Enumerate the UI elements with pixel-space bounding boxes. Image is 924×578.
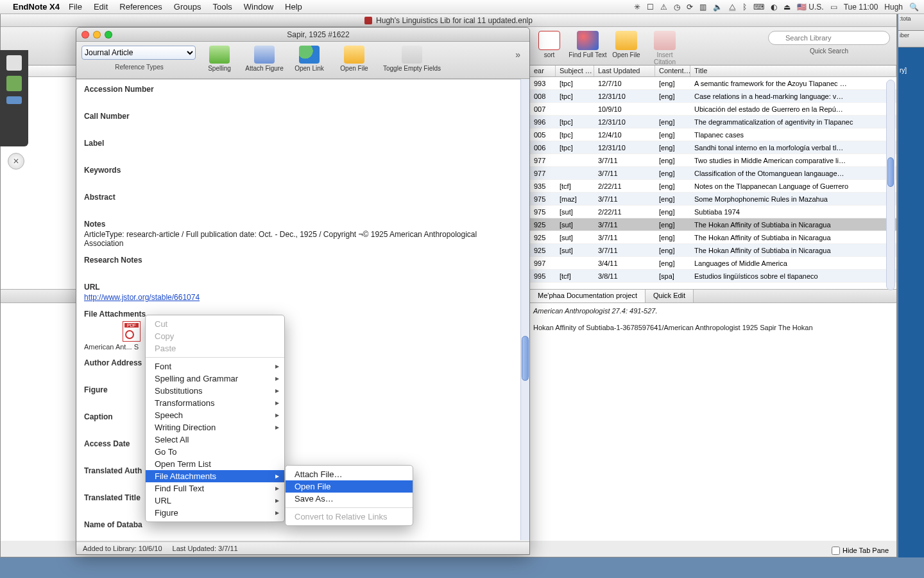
library-row[interactable]: 008[tpc]12/31/10[eng]Case relations in a…	[530, 90, 896, 103]
field-database-name-value[interactable]	[84, 530, 495, 539]
app-name[interactable]: EndNote X4	[13, 2, 60, 12]
display-icon[interactable]: ▥	[699, 3, 706, 12]
palette-close-button[interactable]: ✕	[8, 153, 24, 170]
window-minimize-button[interactable]	[93, 31, 101, 39]
warning-icon[interactable]: ⚠︎	[660, 3, 667, 12]
palette-icon[interactable]	[6, 76, 22, 91]
eject-icon[interactable]: ⏏	[783, 3, 791, 12]
toolbar-find-full-text[interactable]: Find Full Text	[569, 31, 607, 58]
toolbar-overflow-button[interactable]: »	[511, 46, 524, 64]
context-menu-item[interactable]: File Attachments	[146, 470, 284, 482]
context-menu-item[interactable]: Spelling and Grammar	[146, 372, 284, 385]
context-submenu-item[interactable]: Save As…	[286, 493, 413, 505]
field-research-notes-value[interactable]	[84, 266, 495, 275]
library-row[interactable]: 975[maz]3/7/11[eng]Some Morphophonemic R…	[530, 193, 896, 206]
palette-icon[interactable]	[6, 55, 22, 71]
window-zoom-button[interactable]	[105, 31, 112, 39]
context-submenu-file-attachments[interactable]: Attach File…Open FileSave As…Convert to …	[285, 465, 413, 526]
library-titlebar[interactable]: Hugh's Linguistics Lib for ical 11 updat…	[1, 14, 896, 27]
wifi-icon[interactable]: ⧋	[729, 3, 736, 12]
input-locale[interactable]: 🇺🇸 U.S.	[797, 3, 824, 12]
library-row[interactable]: 005[tpc]12/4/10[eng]Tlapanec cases	[530, 128, 896, 141]
menu-edit[interactable]: Edit	[94, 2, 108, 12]
context-menu-item[interactable]: Writing Direction	[146, 421, 284, 434]
toolbar-spelling[interactable]: Spelling	[197, 46, 242, 72]
clock-icon[interactable]: ◷	[674, 3, 680, 12]
context-submenu-item[interactable]: Open File	[286, 480, 413, 493]
field-keywords-value[interactable]	[84, 176, 495, 185]
palette-icon[interactable]	[6, 96, 22, 104]
context-menu-item[interactable]: Open Term List	[146, 458, 284, 470]
menubar-clock[interactable]: Tue 11:00	[844, 3, 878, 12]
toolbar-toggle-empty-fields[interactable]: Toggle Empty Fields	[377, 46, 447, 72]
url-link[interactable]: http://www.jstor.org/stable/661074	[84, 293, 200, 302]
library-row[interactable]: 935[tcf]2/22/11[eng]Notes on the Tlappan…	[530, 180, 896, 193]
field-url-value[interactable]: http://www.jstor.org/stable/661074	[84, 293, 495, 302]
field-call-value[interactable]	[84, 122, 495, 131]
menu-references[interactable]: References	[119, 2, 162, 12]
library-row[interactable]: 993[tpc]12/7/10[eng]A semantic framework…	[530, 77, 896, 90]
library-row[interactable]: 9773/7/11[eng]Two studies in Middle Amer…	[530, 154, 896, 167]
dropbox-icon[interactable]: ☐	[647, 3, 654, 12]
library-row[interactable]: 925[sut]3/7/11[eng]The Hokan Affinity of…	[530, 218, 896, 231]
menu-groups[interactable]: Groups	[174, 2, 201, 12]
library-row[interactable]: 006[tpc]12/31/10[eng]Sandhi tonal intern…	[530, 141, 896, 154]
context-menu-item[interactable]: Find Full Text	[146, 482, 284, 495]
tab-quick-edit[interactable]: Quick Edit	[646, 290, 694, 302]
context-menu-item[interactable]: Figure	[146, 507, 284, 519]
library-search-input[interactable]	[768, 31, 890, 45]
volume-icon[interactable]: 🔈	[713, 3, 723, 12]
library-row[interactable]: 00710/9/10Ubicación del estado de Guerre…	[530, 103, 896, 116]
context-menu-item[interactable]: Speech	[146, 409, 284, 421]
menu-help[interactable]: Help	[285, 2, 302, 12]
field-accession-value[interactable]	[84, 95, 495, 104]
column-subject[interactable]: Subject …	[556, 66, 594, 76]
record-titlebar[interactable]: Sapir, 1925 #1622	[76, 28, 529, 42]
pdf-attachment-icon[interactable]	[123, 321, 141, 342]
menuextra-icon[interactable]: ✳︎	[634, 3, 640, 12]
toolbar-open-file[interactable]: Open File	[332, 46, 377, 72]
keyboard-icon[interactable]: ⌨	[753, 3, 764, 12]
left-palette-window[interactable]	[0, 50, 28, 146]
tab-project[interactable]: Me'phaa Documentation project	[530, 290, 646, 302]
context-menu-item[interactable]: Transformations	[146, 397, 284, 409]
hide-tab-pane-checkbox[interactable]: Hide Tab Pane	[832, 547, 889, 555]
library-row[interactable]: 995[tcf]3/8/11[spa]Estudios lingüísticos…	[530, 270, 896, 283]
column-content[interactable]: Content…	[655, 66, 690, 76]
column-year[interactable]: ear	[530, 66, 556, 76]
record-vertical-scrollbar[interactable]	[520, 79, 529, 540]
toolbar-insert-citation[interactable]: Insert Citation	[646, 31, 684, 66]
library-row[interactable]: 925[sut]3/7/11[eng]The Hokan Affinity of…	[530, 231, 896, 244]
scrollbar-thumb[interactable]	[522, 336, 529, 381]
toolbar-open-file[interactable]: Open File	[607, 31, 646, 58]
menubar-user[interactable]: Hugh	[884, 3, 903, 12]
field-notes-value[interactable]: ArticleType: research-article / Full pub…	[84, 230, 495, 248]
library-row[interactable]: 9773/7/11[eng]Classification of the Otom…	[530, 167, 896, 180]
context-submenu-item[interactable]: Attach File…	[286, 468, 413, 480]
column-title[interactable]: Title	[690, 66, 896, 76]
library-row[interactable]: 975[sut]2/22/11[eng]Subtiaba 1974	[530, 206, 896, 218]
toolbar-open-link[interactable]: Open Link	[287, 46, 332, 72]
menu-tools[interactable]: Tools	[212, 2, 232, 12]
browser-tab[interactable]: :tota	[898, 14, 924, 31]
context-menu-item[interactable]: Substitutions	[146, 385, 284, 397]
context-menu-item[interactable]: URL	[146, 495, 284, 507]
context-menu[interactable]: CutCopyPasteFontSpelling and GrammarSubs…	[145, 315, 285, 522]
spotlight-icon[interactable]: 🔍	[909, 3, 919, 12]
menu-window[interactable]: Window	[244, 2, 273, 12]
reference-type-select[interactable]: Journal Article	[81, 46, 196, 60]
browser-tab[interactable]: iber	[898, 31, 924, 48]
battery-icon[interactable]: ▭	[830, 3, 837, 12]
window-close-button[interactable]	[81, 31, 89, 39]
timemachine-icon[interactable]: ◐	[771, 3, 777, 12]
toolbar-sort-button[interactable]: sort	[530, 31, 569, 58]
column-last-updated[interactable]: Last Updated	[594, 66, 655, 76]
field-abstract-value[interactable]	[84, 203, 495, 212]
menu-file[interactable]: File	[69, 2, 82, 12]
library-row[interactable]: 9973/4/11[eng]Languages of Middle Americ…	[530, 257, 896, 270]
field-label-value[interactable]	[84, 149, 495, 158]
bluetooth-icon[interactable]: ᛒ	[742, 3, 747, 12]
context-menu-item[interactable]: Select All	[146, 434, 284, 446]
context-menu-item[interactable]: Go To	[146, 446, 284, 458]
library-row[interactable]: 925[sut]3/7/11[eng]The Hokan Affinity of…	[530, 244, 896, 257]
